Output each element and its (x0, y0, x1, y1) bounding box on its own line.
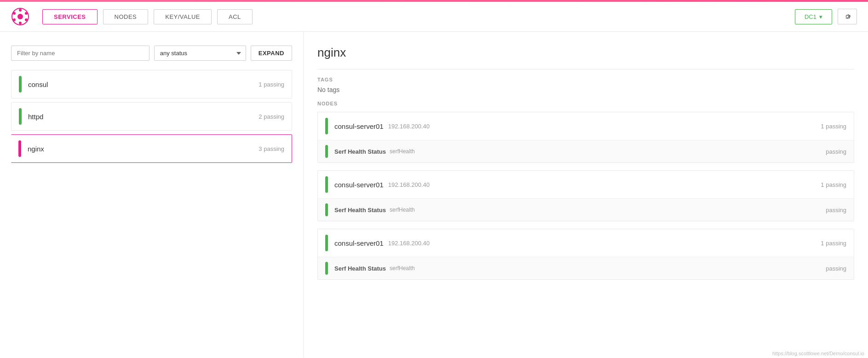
service-status-indicator (18, 140, 21, 157)
service-item-nginx[interactable]: nginx 3 passing (11, 134, 292, 163)
nav-keyvalue-button[interactable]: KEY/VALUE (154, 9, 212, 24)
node-status: 1 passing (821, 240, 846, 247)
logo (11, 7, 29, 26)
service-status-indicator (19, 108, 22, 125)
node-status-indicator (325, 176, 328, 193)
node-check: Serf Health Status serfHealth passing (318, 198, 854, 221)
svg-point-3 (25, 12, 28, 15)
node-status-indicator (325, 118, 328, 134)
service-detail-title: nginx (317, 46, 854, 60)
svg-point-2 (19, 9, 22, 12)
check-status: passing (826, 148, 846, 155)
check-name: Serf Health Status (334, 265, 386, 272)
filter-row: any status passing warning critical EXPA… (11, 46, 292, 61)
dc-label: DC1 (805, 13, 816, 20)
consul-logo-icon (11, 7, 29, 26)
service-item-httpd[interactable]: httpd 2 passing (11, 102, 292, 131)
node-ip: 192.168.200.40 (388, 181, 430, 188)
node-status: 1 passing (821, 123, 846, 130)
node-status: 1 passing (821, 181, 846, 188)
service-name-label: consul (28, 81, 259, 88)
node-name: consul-server01 (334, 122, 384, 130)
svg-point-7 (13, 12, 16, 15)
tags-value: No tags (317, 86, 854, 93)
node-ip: 192.168.200.40 (388, 123, 430, 130)
svg-point-1 (17, 14, 23, 19)
node-header: consul-server01 192.168.200.40 1 passing (318, 171, 854, 198)
check-id: serfHealth (390, 265, 415, 271)
node-name: consul-server01 (334, 239, 384, 247)
expand-button[interactable]: EXPAND (251, 46, 292, 61)
check-name: Serf Health Status (334, 148, 386, 155)
check-id: serfHealth (390, 148, 415, 155)
nav-services-button[interactable]: SERVICES (42, 9, 98, 24)
check-status-indicator (325, 262, 328, 275)
chevron-down-icon: ▾ (819, 13, 822, 20)
filter-by-name-input[interactable] (11, 46, 149, 61)
footer-url: https://blog.scottlowe.net/Demo/consul.i… (772, 351, 864, 356)
service-status-label: 3 passing (259, 145, 284, 152)
header: SERVICES NODES KEY/VALUE ACL DC1 ▾ (0, 2, 868, 32)
svg-point-4 (25, 18, 28, 21)
check-status: passing (826, 207, 846, 214)
node-card: consul-server01 192.168.200.40 1 passing… (317, 229, 854, 280)
nav-acl-button[interactable]: ACL (217, 9, 253, 24)
node-check: Serf Health Status serfHealth passing (318, 140, 854, 162)
main-content: any status passing warning critical EXPA… (0, 32, 868, 358)
svg-point-6 (13, 18, 16, 21)
settings-button[interactable] (838, 9, 857, 24)
service-status-label: 2 passing (259, 113, 284, 120)
svg-point-5 (19, 22, 22, 24)
node-ip: 192.168.200.40 (388, 240, 430, 247)
dc-selector-button[interactable]: DC1 ▾ (795, 9, 832, 24)
left-panel: any status passing warning critical EXPA… (0, 32, 304, 358)
check-name: Serf Health Status (334, 207, 386, 214)
right-panel: nginx TAGS No tags NODES consul-server01… (304, 32, 868, 358)
service-status-indicator (19, 76, 22, 92)
node-status-indicator (325, 235, 328, 251)
gear-icon (844, 13, 851, 20)
tags-section-label: TAGS (317, 77, 854, 82)
service-name-label: nginx (28, 145, 259, 153)
nav-nodes-button[interactable]: NODES (103, 9, 149, 24)
node-header: consul-server01 192.168.200.40 1 passing (318, 112, 854, 140)
check-id: serfHealth (390, 207, 415, 213)
node-name: consul-server01 (334, 181, 384, 189)
status-filter-select[interactable]: any status passing warning critical (154, 46, 246, 61)
check-status: passing (826, 265, 846, 272)
node-card: consul-server01 192.168.200.40 1 passing… (317, 170, 854, 221)
service-item-consul[interactable]: consul 1 passing (11, 70, 292, 98)
node-header: consul-server01 192.168.200.40 1 passing (318, 229, 854, 257)
node-check: Serf Health Status serfHealth passing (318, 257, 854, 279)
section-divider (317, 69, 854, 69)
node-card: consul-server01 192.168.200.40 1 passing… (317, 112, 854, 163)
service-name-label: httpd (28, 113, 259, 121)
service-status-label: 1 passing (259, 81, 284, 88)
check-status-indicator (325, 203, 328, 216)
nodes-section-label: NODES (317, 101, 854, 106)
check-status-indicator (325, 145, 328, 158)
